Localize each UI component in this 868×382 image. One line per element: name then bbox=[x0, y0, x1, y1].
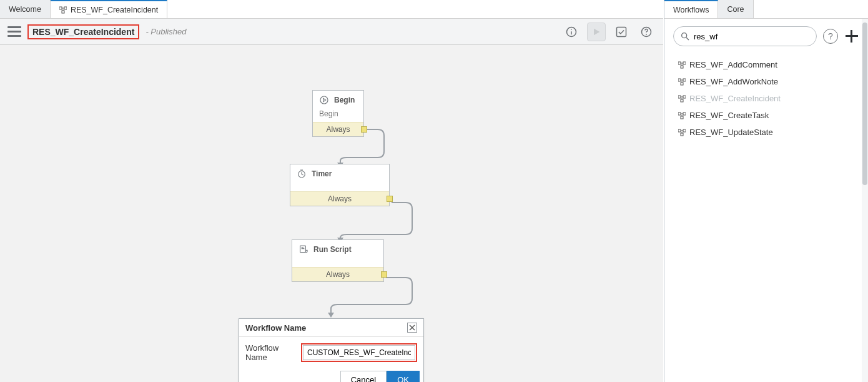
search-input[interactable] bbox=[694, 32, 810, 41]
node-timer-title: Timer bbox=[312, 169, 332, 178]
add-workflow-button[interactable] bbox=[844, 29, 859, 44]
node-begin[interactable]: Begin Begin Always bbox=[312, 90, 364, 137]
workflow-icon bbox=[678, 129, 686, 136]
help-icon[interactable] bbox=[637, 23, 656, 41]
svg-rect-30 bbox=[683, 79, 686, 81]
node-script-exit[interactable]: Always bbox=[292, 267, 383, 281]
workflow-list-item: RES_WF_CreateIncident bbox=[673, 90, 859, 107]
svg-rect-29 bbox=[678, 79, 681, 81]
info-icon[interactable] bbox=[562, 23, 581, 41]
svg-rect-0 bbox=[59, 7, 62, 9]
workflow-title: RES_WF_CreateIncident bbox=[32, 27, 134, 37]
workflow-list-item[interactable]: RES_WF_AddWorkNote bbox=[673, 73, 859, 90]
workflow-list-item-label: RES_WF_CreateIncident bbox=[689, 94, 781, 103]
svg-rect-40 bbox=[681, 133, 683, 136]
side-help-icon[interactable]: ? bbox=[823, 29, 838, 44]
workflow-name-label: Workflow Name bbox=[245, 343, 296, 362]
svg-point-9 bbox=[646, 34, 647, 35]
tab-workflow[interactable]: RES_WF_CreateIncident bbox=[51, 0, 167, 18]
workflow-status: - Published bbox=[145, 27, 186, 36]
node-script-title: Run Script bbox=[313, 245, 352, 254]
workflow-icon bbox=[678, 112, 686, 119]
workflow-icon bbox=[678, 95, 686, 103]
workflow-name-dialog: Workflow Name Workflow Name Cancel OK bbox=[239, 318, 424, 382]
timer-icon bbox=[297, 169, 307, 179]
side-tabs: Workflows Core bbox=[664, 0, 868, 19]
svg-line-17 bbox=[302, 174, 303, 175]
side-tab-core[interactable]: Core bbox=[718, 0, 753, 18]
node-begin-exit[interactable]: Always bbox=[313, 122, 363, 136]
svg-marker-14 bbox=[323, 98, 326, 101]
scrollbar-thumb[interactable] bbox=[862, 23, 867, 185]
workflow-list-item-label: RES_WF_AddComment bbox=[689, 60, 777, 69]
svg-rect-35 bbox=[678, 113, 681, 115]
begin-icon bbox=[319, 95, 329, 105]
tab-welcome-label: Welcome bbox=[9, 5, 41, 14]
port-icon[interactable] bbox=[387, 196, 393, 202]
menu-icon[interactable] bbox=[7, 26, 21, 37]
tab-welcome[interactable]: Welcome bbox=[0, 0, 51, 18]
svg-rect-37 bbox=[681, 116, 683, 119]
dialog-title: Workflow Name bbox=[245, 323, 306, 333]
node-script[interactable]: Run Script Always bbox=[292, 239, 384, 282]
scrollbar[interactable] bbox=[862, 19, 868, 382]
svg-rect-2 bbox=[62, 11, 64, 13]
svg-rect-32 bbox=[678, 96, 681, 98]
workflow-name-input[interactable] bbox=[303, 345, 415, 360]
svg-rect-1 bbox=[64, 7, 67, 9]
svg-line-25 bbox=[686, 38, 689, 40]
script-icon bbox=[298, 244, 308, 254]
node-begin-subtitle: Begin bbox=[313, 109, 363, 122]
input-highlight bbox=[301, 343, 417, 362]
svg-marker-6 bbox=[594, 28, 599, 35]
workflow-list-item-label: RES_WF_UpdateState bbox=[689, 128, 773, 137]
workflow-list-item[interactable]: RES_WF_UpdateState bbox=[673, 124, 859, 141]
workflow-list-item[interactable]: RES_WF_AddComment bbox=[673, 56, 859, 73]
port-icon[interactable] bbox=[381, 271, 387, 278]
svg-point-5 bbox=[571, 29, 572, 30]
svg-rect-38 bbox=[678, 129, 681, 132]
svg-rect-19 bbox=[300, 246, 306, 253]
port-icon[interactable] bbox=[361, 126, 367, 133]
workflow-icon bbox=[678, 78, 686, 86]
workflow-list-item-label: RES_WF_CreateTask bbox=[689, 111, 769, 120]
header-bar: RES_WF_CreateIncident - Published bbox=[0, 19, 663, 45]
search-wrap bbox=[673, 26, 817, 46]
workflow-icon bbox=[678, 61, 686, 69]
svg-rect-34 bbox=[681, 99, 683, 102]
play-button[interactable] bbox=[587, 23, 606, 41]
node-timer-exit[interactable]: Always bbox=[290, 191, 389, 206]
svg-point-13 bbox=[320, 96, 328, 104]
search-icon bbox=[680, 31, 690, 41]
svg-rect-33 bbox=[683, 96, 686, 98]
svg-rect-39 bbox=[683, 129, 686, 132]
svg-rect-7 bbox=[617, 27, 626, 36]
svg-rect-28 bbox=[681, 66, 683, 68]
side-tab-workflows[interactable]: Workflows bbox=[664, 0, 718, 18]
editor-tabs: Welcome RES_WF_CreateIncident bbox=[0, 0, 663, 19]
title-highlight: RES_WF_CreateIncident bbox=[27, 24, 139, 39]
tab-workflow-label: RES_WF_CreateIncident bbox=[71, 6, 158, 14]
svg-rect-36 bbox=[683, 113, 686, 115]
cancel-button[interactable]: Cancel bbox=[340, 371, 387, 382]
svg-rect-27 bbox=[683, 62, 686, 64]
workflow-icon bbox=[59, 6, 67, 14]
close-icon[interactable] bbox=[407, 323, 417, 333]
ok-button[interactable]: OK bbox=[387, 371, 420, 382]
svg-rect-26 bbox=[678, 62, 681, 64]
workflow-list-item[interactable]: RES_WF_CreateTask bbox=[673, 107, 859, 124]
workflow-list-item-label: RES_WF_AddWorkNote bbox=[689, 77, 778, 86]
node-timer[interactable]: Timer Always bbox=[290, 164, 390, 206]
svg-rect-31 bbox=[681, 83, 683, 85]
side-panel: Workflows Core ? RES_WF_AddCommentRES_WF… bbox=[664, 0, 868, 382]
workflow-list: RES_WF_AddCommentRES_WF_AddWorkNoteRES_W… bbox=[664, 54, 868, 143]
svg-point-24 bbox=[682, 33, 687, 38]
svg-marker-12 bbox=[328, 313, 334, 318]
validate-icon[interactable] bbox=[612, 23, 631, 41]
node-begin-title: Begin bbox=[334, 96, 355, 104]
workflow-canvas[interactable]: Begin Begin Always Timer Always bbox=[0, 45, 663, 382]
